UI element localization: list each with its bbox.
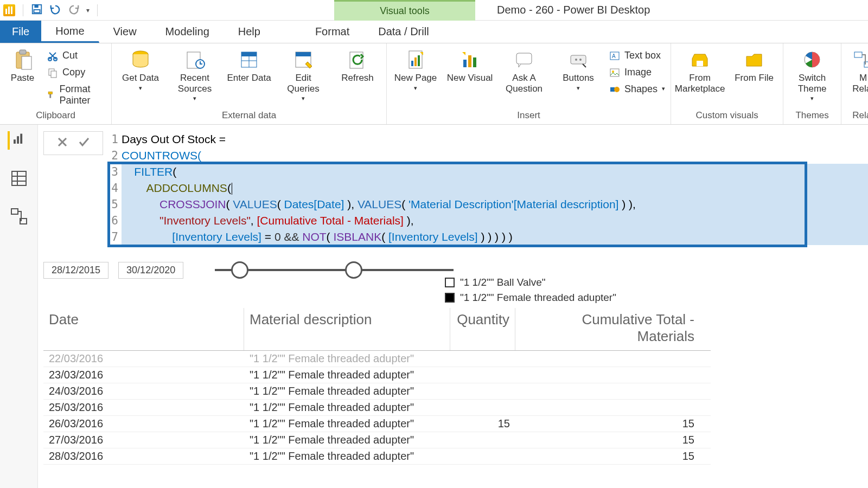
slicer-to-date[interactable]: 30/12/2020 [118,262,183,279]
table-row[interactable]: 23/03/2016"1 1/2"" Female threaded adupt… [43,367,711,383]
col-header-material[interactable]: Material description [244,308,450,350]
shapes-button[interactable]: Shapes ▾ [609,82,665,96]
new-page-label: New Page [394,73,437,84]
tab-home[interactable]: Home [41,21,99,43]
tab-help[interactable]: Help [224,21,275,43]
col-header-quantity[interactable]: Quantity [450,308,515,350]
new-page-button[interactable]: New Page▾ [392,47,439,91]
legend-item-2[interactable]: "1 1/2"" Female threaded adupter" [445,292,616,304]
tab-file[interactable]: File [0,21,41,43]
cell-material: "1 1/2"" Female threaded adupter" [244,417,450,431]
get-data-button[interactable]: Get Data▾ [117,47,164,91]
model-view-icon[interactable] [10,207,28,226]
legend-swatch-unchecked[interactable] [445,278,455,287]
cell-material: "1 1/2"" Female threaded adupter" [244,384,450,398]
cancel-formula-icon[interactable] [56,136,68,150]
legend-item-1[interactable]: "1 1/2"" Ball Valve" [445,277,616,288]
image-label: Image [624,67,652,78]
edit-queries-button[interactable]: Edit Queries▾ [280,47,327,102]
from-marketplace-button[interactable]: From Marketplace [676,47,723,94]
text-box-button[interactable]: A Text box [609,49,665,62]
recent-sources-button[interactable]: Recent Sources▾ [171,47,218,102]
col-header-cumulative[interactable]: Cumulative Total - Materials [515,308,700,350]
tab-modeling[interactable]: Modeling [151,21,224,43]
ribbon-group-relationships: M Relat Relat [841,43,868,124]
format-painter-label: Format Painter [59,84,106,106]
ribbon: Paste Cut Copy Format Painter Clipboard [0,43,868,125]
slicer-range-track[interactable] [209,259,459,281]
slicer-from-date[interactable]: 28/12/2015 [43,262,108,279]
undo-icon[interactable] [49,3,61,17]
legend-swatch-checked[interactable] [445,293,455,303]
svg-rect-5 [22,56,31,69]
cell-material: "1 1/2"" Female threaded adupter" [244,368,450,382]
ribbon-group-label-clipboard: Clipboard [5,109,106,123]
table-row[interactable]: 26/03/2016"1 1/2"" Female threaded adupt… [43,416,711,432]
cell-cumulative: 15 [515,417,700,431]
svg-rect-43 [14,139,16,144]
code-line-7: [Inventory Levels] = 0 && NOT( ISBLANK( … [122,229,868,245]
col-header-date[interactable]: Date [43,308,244,350]
svg-rect-39 [697,61,703,66]
ask-question-button[interactable]: Ask A Question [501,47,547,94]
buttons-button[interactable]: Buttons▾ [555,47,602,91]
new-visual-button[interactable]: New Visual [446,47,493,84]
redo-icon[interactable] [68,3,80,17]
data-table[interactable]: Date Material description Quantity Cumul… [43,308,711,465]
ribbon-group-label-themes: Themes [789,109,835,123]
cell-cumulative [515,407,700,408]
cell-cumulative [515,358,700,359]
cell-material: "1 1/2"" Female threaded adupter" [244,433,450,447]
ribbon-group-clipboard: Paste Cut Copy Format Painter Clipboard [0,43,112,124]
paste-label: Paste [11,73,34,84]
data-view-icon[interactable] [10,169,28,188]
image-button[interactable]: Image [609,66,665,79]
code-line-6: "Inventory Levels", [Cumulative Total - … [122,213,868,229]
enter-data-button[interactable]: Enter Data [226,47,272,84]
copy-button[interactable]: Copy [47,66,106,79]
dropdown-icon: ▾ [414,85,417,92]
paste-button[interactable]: Paste [5,47,40,84]
ribbon-group-themes: Switch Theme▾ Themes [783,43,841,124]
svg-rect-30 [571,55,586,64]
format-painter-button[interactable]: Format Painter [47,82,106,107]
save-icon[interactable] [31,3,43,17]
svg-rect-10 [48,92,52,94]
table-row[interactable]: 22/03/2016"1 1/2"" Female threaded adupt… [43,351,711,367]
legend-label-2: "1 1/2"" Female threaded adupter" [460,292,616,304]
range-thumb-right[interactable] [345,261,362,279]
dax-editor[interactable]: 1234567 Days Out Of Stock = COUNTROWS( F… [107,131,868,245]
refresh-label: Refresh [341,73,374,84]
tab-data-drill[interactable]: Data / Drill [364,21,443,43]
cell-date: 22/03/2016 [43,352,244,365]
svg-rect-29 [516,53,532,64]
from-file-button[interactable]: From File [731,47,777,84]
table-row[interactable]: 25/03/2016"1 1/2"" Female threaded adupt… [43,400,711,416]
svg-rect-28 [473,57,476,67]
app-icon [3,4,15,16]
context-tab-visual-tools: Visual tools [334,0,475,21]
report-view-icon[interactable] [8,131,26,150]
svg-rect-20 [296,52,311,56]
svg-rect-2 [34,9,40,12]
table-row[interactable]: 28/03/2016"1 1/2"" Female threaded adupt… [43,448,711,465]
commit-formula-icon[interactable] [78,136,90,150]
switch-theme-button[interactable]: Switch Theme▾ [789,47,835,102]
cell-material: "1 1/2"" Female threaded adupter" [244,352,450,365]
shapes-label: Shapes [624,84,658,95]
range-thumb-left[interactable] [231,261,248,279]
refresh-button[interactable]: Refresh [334,47,381,84]
cell-date: 28/03/2016 [43,450,244,463]
table-row[interactable]: 27/03/2016"1 1/2"" Female threaded adupt… [43,432,711,448]
cell-quantity [450,358,515,359]
code-line-5: CROSSJOIN( VALUES( Dates[Date] ), VALUES… [122,196,868,213]
cut-button[interactable]: Cut [47,49,106,62]
tab-view[interactable]: View [99,21,151,43]
tab-format[interactable]: Format [301,21,364,43]
manage-relationships-button[interactable]: M Relat [847,47,868,94]
cell-quantity [450,407,515,408]
table-row[interactable]: 24/03/2016"1 1/2"" Female threaded adupt… [43,383,711,400]
recent-sources-label: Recent Sources [171,73,218,94]
qat-dropdown-icon[interactable]: ▾ [86,7,90,14]
ribbon-group-label-external: External data [117,109,381,123]
